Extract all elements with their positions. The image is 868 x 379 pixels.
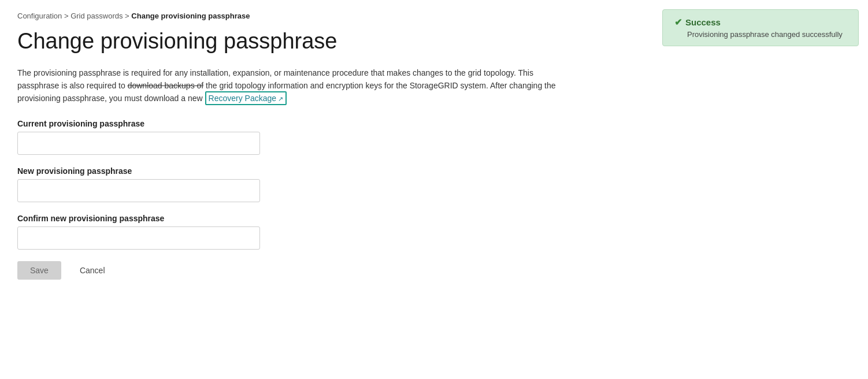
success-banner: ✔ Success Provisioning passphrase change…	[662, 9, 859, 46]
confirm-passphrase-label: Confirm new provisioning passphrase	[17, 214, 260, 223]
external-link-icon: ↗	[278, 94, 283, 105]
breadcrumb-sep1: >	[64, 12, 71, 20]
current-passphrase-input[interactable]	[17, 132, 260, 155]
breadcrumb-sep2: >	[125, 12, 131, 20]
success-title: ✔ Success	[674, 17, 847, 28]
page-container: Configuration > Grid passwords > Change …	[0, 0, 868, 379]
new-passphrase-input[interactable]	[17, 179, 260, 202]
passphrase-form: Current provisioning passphrase New prov…	[17, 119, 260, 280]
new-passphrase-group: New provisioning passphrase	[17, 166, 260, 202]
save-button[interactable]: Save	[17, 261, 61, 280]
success-icon: ✔	[674, 17, 682, 28]
current-passphrase-group: Current provisioning passphrase	[17, 119, 260, 155]
confirm-passphrase-input[interactable]	[17, 226, 260, 250]
cancel-button[interactable]: Cancel	[67, 261, 118, 280]
success-message: Provisioning passphrase changed successf…	[687, 30, 847, 39]
breadcrumb-configuration: Configuration	[17, 12, 62, 20]
new-passphrase-label: New provisioning passphrase	[17, 166, 260, 176]
breadcrumb-grid-passwords: Grid passwords	[71, 12, 123, 20]
recovery-package-link[interactable]: Recovery Package↗	[205, 91, 287, 105]
desc-strikethrough: download backups of	[128, 81, 204, 90]
button-row: Save Cancel	[17, 261, 260, 280]
breadcrumb-current: Change provisioning passphrase	[131, 12, 250, 20]
page-description: The provisioning passphrase is required …	[17, 66, 566, 105]
current-passphrase-label: Current provisioning passphrase	[17, 119, 260, 128]
confirm-passphrase-group: Confirm new provisioning passphrase	[17, 214, 260, 250]
